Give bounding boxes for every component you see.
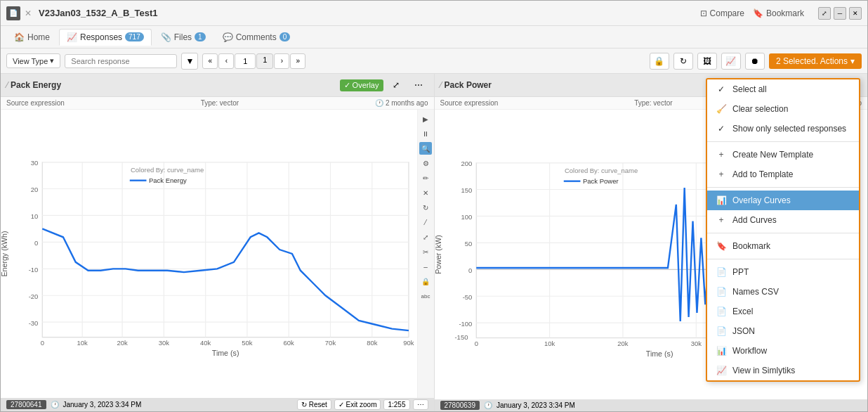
svg-text:0: 0 bbox=[474, 340, 478, 347]
tab-home[interactable]: 🏠 Home bbox=[6, 29, 58, 46]
menu-divider-2 bbox=[707, 187, 859, 188]
next-page-button[interactable]: › bbox=[274, 53, 289, 69]
chart-footer-1: 27800641 🕐 January 3, 2023 3:34 PM ↻ Res… bbox=[1, 398, 434, 411]
exit-zoom-button-1[interactable]: ✓ Exit zoom bbox=[334, 399, 381, 410]
page-input[interactable] bbox=[235, 53, 256, 69]
chart-source-2: Source expression bbox=[440, 99, 499, 107]
reset-button-1[interactable]: ↻ Reset bbox=[297, 399, 331, 410]
chart-panel-pack-energy: ∕ Pack Energy ✓ Overlay ⤢ ⋯ Source expre… bbox=[1, 74, 435, 411]
line-btn-1[interactable]: ∕ bbox=[419, 216, 432, 228]
id-badge-2: 27800639 bbox=[440, 401, 480, 410]
svg-text:-150: -150 bbox=[454, 333, 468, 341]
tab-files[interactable]: 📎 Files 1 bbox=[153, 29, 213, 46]
footer-right-1: ↻ Reset ✓ Exit zoom 1:255 ⋯ bbox=[297, 399, 428, 410]
svg-text:-10: -10 bbox=[29, 266, 39, 273]
tab-comments[interactable]: 💬 Comments 0 bbox=[215, 29, 298, 46]
gear-btn-1[interactable]: ⚙ bbox=[419, 157, 432, 169]
chart-title-1: ∕ Pack Energy bbox=[6, 80, 61, 90]
maximize-button[interactable]: ✕ bbox=[849, 7, 862, 20]
filter-icon: ▼ bbox=[185, 56, 194, 66]
csv-icon: 📄 bbox=[716, 287, 727, 297]
last-page-button[interactable]: » bbox=[290, 53, 305, 69]
svg-text:0: 0 bbox=[41, 339, 44, 347]
svg-text:Pack Energy: Pack Energy bbox=[149, 176, 187, 184]
pause-btn-1[interactable]: ⏸ bbox=[419, 127, 432, 140]
restore-button[interactable]: ⤢ bbox=[818, 7, 831, 20]
more-footer-1[interactable]: ⋯ bbox=[413, 399, 428, 410]
tab-responses[interactable]: 📈 Responses 717 bbox=[59, 29, 152, 46]
svg-text:0: 0 bbox=[34, 239, 38, 247]
zoom-btn-1[interactable]: 🔍 bbox=[419, 142, 432, 155]
ppt-icon: 📄 bbox=[716, 267, 727, 277]
menu-select-all[interactable]: ✓ Select all bbox=[707, 79, 859, 99]
chart-button[interactable]: 📈 bbox=[721, 53, 741, 70]
svg-text:Power (kW): Power (kW) bbox=[435, 235, 442, 274]
menu-create-template[interactable]: + Create New Template bbox=[707, 145, 859, 165]
svg-text:Colored By: curve_name: Colored By: curve_name bbox=[131, 166, 204, 174]
menu-view-simlytiks[interactable]: 📈 View in Simlytiks bbox=[707, 361, 859, 380]
menu-add-curves[interactable]: + Add Curves bbox=[707, 210, 859, 230]
plus-icon-curves: + bbox=[716, 215, 727, 225]
more-icon-1[interactable]: ⋯ bbox=[409, 77, 428, 94]
menu-show-selected[interactable]: ✓ Show only selected responses bbox=[707, 119, 859, 139]
check-icon-show-selected: ✓ bbox=[716, 124, 727, 134]
chevron-down-icon: ▾ bbox=[50, 56, 54, 65]
play-btn-1[interactable]: ▶ bbox=[419, 112, 432, 125]
menu-divider-3 bbox=[707, 233, 859, 233]
menu-names-csv[interactable]: 📄 Names CSV bbox=[707, 282, 859, 302]
prev-page-button[interactable]: ‹ bbox=[218, 53, 234, 69]
cut-btn-1[interactable]: ✂ bbox=[419, 245, 432, 258]
comments-badge: 0 bbox=[280, 32, 291, 41]
svg-text:150: 150 bbox=[461, 186, 472, 194]
abc-btn-1[interactable]: abc bbox=[419, 290, 432, 302]
menu-clear-selection[interactable]: 🧹 Clear selection bbox=[707, 99, 859, 119]
pen-btn-1[interactable]: ✏ bbox=[419, 172, 432, 184]
window-controls: ⤢ ─ ✕ bbox=[818, 7, 862, 20]
chart-slash-icon-2: ∕ bbox=[440, 80, 442, 90]
expand-icon-1[interactable]: ⤢ bbox=[386, 77, 406, 94]
svg-text:100: 100 bbox=[461, 213, 472, 221]
1to255-button-1[interactable]: 1:255 bbox=[383, 399, 409, 410]
first-page-button[interactable]: « bbox=[202, 53, 218, 69]
chart-type-2: Type: vector bbox=[634, 99, 672, 107]
compare-button[interactable]: ⊡ Compare bbox=[700, 8, 744, 18]
refresh-button[interactable]: ↻ bbox=[673, 53, 693, 70]
filter-button[interactable]: ▼ bbox=[181, 53, 198, 70]
close-tab-icon[interactable]: ✕ bbox=[25, 8, 32, 18]
chart-side-toolbar-1: ▶ ⏸ 🔍 ⚙ ✏ ✕ ↻ ∕ ⤢ ✂ – 🔒 abc bbox=[417, 110, 434, 398]
actions-button[interactable]: 2 Selected. Actions ▾ bbox=[769, 53, 862, 69]
menu-add-template[interactable]: + Add to Template bbox=[707, 165, 859, 184]
svg-text:20k: 20k bbox=[617, 340, 629, 347]
svg-text:-50: -50 bbox=[462, 293, 472, 301]
menu-bookmark[interactable]: 🔖 Bookmark bbox=[707, 236, 859, 256]
svg-text:Pack Power: Pack Power bbox=[583, 177, 619, 185]
dash-btn-1[interactable]: – bbox=[419, 260, 432, 273]
menu-json[interactable]: 📄 JSON bbox=[707, 321, 859, 341]
json-icon: 📄 bbox=[716, 326, 727, 336]
toolbar: View Type ▾ ▼ « ‹ 1 › » 🔒 ↻ 🖼 📈 ⏺ 2 Sele… bbox=[1, 49, 867, 74]
menu-workflow[interactable]: 📊 Workflow bbox=[707, 341, 859, 361]
lock2-btn-1[interactable]: 🔒 bbox=[419, 275, 432, 288]
minimize-button[interactable]: ─ bbox=[834, 7, 846, 20]
view-type-button[interactable]: View Type ▾ bbox=[6, 53, 60, 68]
lock-button[interactable]: 🔒 bbox=[650, 53, 669, 70]
expand2-btn-1[interactable]: ⤢ bbox=[419, 231, 432, 243]
search-input[interactable] bbox=[65, 54, 177, 68]
compare-icon: ⊡ bbox=[700, 8, 707, 18]
title-bar-actions: ⊡ Compare 🔖 Bookmark ⤢ ─ ✕ bbox=[700, 7, 862, 20]
refresh-btn-1[interactable]: ↻ bbox=[419, 201, 432, 214]
svg-text:50: 50 bbox=[464, 240, 472, 247]
menu-ppt[interactable]: 📄 PPT bbox=[707, 262, 859, 282]
overlay-button-1[interactable]: ✓ Overlay bbox=[340, 79, 383, 91]
svg-text:Energy (kWh): Energy (kWh) bbox=[1, 231, 8, 276]
menu-overlay-curves[interactable]: 📊 Overlay Curves bbox=[707, 191, 859, 210]
files-icon: 📎 bbox=[161, 32, 171, 42]
bookmark-button[interactable]: 🔖 Bookmark bbox=[753, 8, 804, 18]
image-button[interactable]: 🖼 bbox=[697, 53, 717, 70]
menu-divider-1 bbox=[707, 141, 859, 142]
chart-date-2: January 3, 2023 3:34 PM bbox=[497, 401, 575, 409]
cross-btn-1[interactable]: ✕ bbox=[419, 186, 432, 199]
chart-slash-icon: ∕ bbox=[6, 80, 8, 90]
menu-excel[interactable]: 📄 Excel bbox=[707, 302, 859, 321]
record-button[interactable]: ⏺ bbox=[745, 53, 765, 70]
